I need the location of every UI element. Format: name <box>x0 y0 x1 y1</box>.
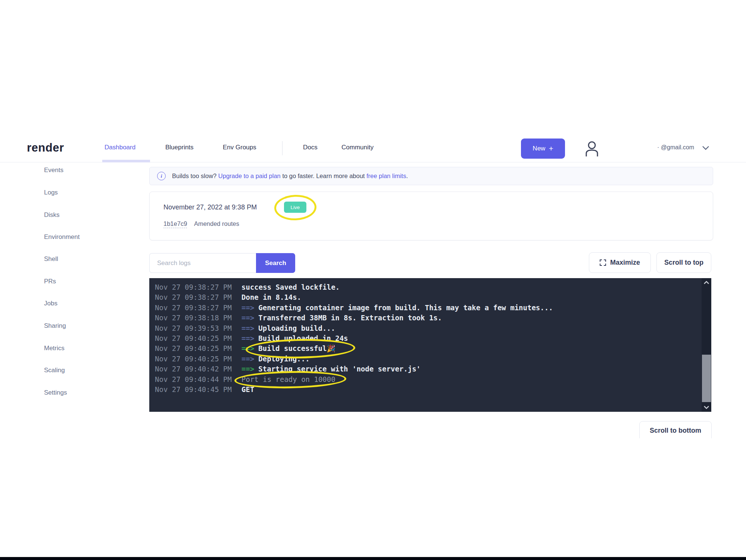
log-line: Nov 27 09:38:27 PM==>Generating containe… <box>155 303 700 313</box>
sidebar-item-environment[interactable]: Environment <box>44 233 79 242</box>
sidebar-item-logs[interactable]: Logs <box>44 189 58 198</box>
scrollbar-up-arrow-icon[interactable] <box>702 278 711 287</box>
log-message: Port is ready on 10000 <box>241 374 335 385</box>
log-timestamp: Nov 27 09:40:44 PM <box>155 374 241 385</box>
log-timestamp: Nov 27 09:40:25 PM <box>155 333 241 343</box>
deploy-date: November 27, 2022 at 9:38 PM <box>163 203 257 211</box>
nav-divider <box>282 141 283 155</box>
log-message: GET <box>241 385 254 395</box>
upgrade-plan-link[interactable]: Upgrade to a paid plan <box>218 172 281 179</box>
log-arrow: ==> <box>241 313 254 323</box>
log-timestamp: Nov 27 09:38:27 PM <box>155 292 241 302</box>
search-logs-input[interactable] <box>149 253 256 273</box>
log-line: Nov 27 09:40:25 PM==>Build uploaded in 2… <box>155 333 700 343</box>
log-arrow: ==> <box>241 303 254 313</box>
log-timestamp: Nov 27 09:40:25 PM <box>155 354 241 364</box>
sidebar-item-scaling[interactable]: Scaling <box>44 367 65 376</box>
sidebar-item-events[interactable]: Events <box>44 167 63 175</box>
scroll-to-top-button[interactable]: Scroll to top <box>656 252 711 273</box>
log-line-port-ready: Nov 27 09:40:44 PMPort is ready on 10000 <box>155 374 700 385</box>
log-arrow: ==> <box>241 354 254 364</box>
terminal-scrollbar[interactable] <box>702 278 711 412</box>
deploy-log-terminal: Nov 27 09:38:27 PMsuccess Saved lockfile… <box>149 278 711 412</box>
log-line: Nov 27 09:39:53 PM==>Uploading build... <box>155 323 700 333</box>
upgrade-plan-banner: i Builds too slow? Upgrade to a paid pla… <box>149 167 713 185</box>
bottom-edge-bar <box>0 557 746 560</box>
nav-link-community[interactable]: Community <box>341 144 374 151</box>
log-timestamp: Nov 27 09:40:45 PM <box>155 385 241 395</box>
log-message: Generating container image from build. T… <box>258 303 553 313</box>
log-arrow: ==> <box>241 343 254 354</box>
log-message: success Saved lockfile. <box>241 282 340 292</box>
live-status-badge: Live <box>284 202 306 213</box>
log-arrow: ==> <box>241 333 254 343</box>
scroll-to-bottom-container: Scroll to bottom <box>639 421 712 438</box>
commit-row: 1b1e7c9 Amended routes <box>163 220 239 227</box>
new-button-label: New <box>533 145 545 152</box>
deploy-card: November 27, 2022 at 9:38 PM Live 1b1e7c… <box>149 192 713 240</box>
log-message: Build successful <box>258 343 327 354</box>
sidebar-item-sharing[interactable]: Sharing <box>44 322 66 331</box>
log-message: Deploying... <box>258 354 309 364</box>
log-timestamp: Nov 27 09:38:27 PM <box>155 303 241 313</box>
log-timestamp: Nov 27 09:40:25 PM <box>155 343 241 354</box>
party-popper-emoji: 🎉 <box>327 343 335 354</box>
render-dashboard-page: render Dashboard Blueprints Env Groups D… <box>0 0 746 560</box>
banner-text-before: Builds too slow? <box>172 172 218 179</box>
banner-text-mid: to go faster. Learn more about <box>281 172 366 179</box>
plus-icon: + <box>549 144 553 153</box>
maximize-icon <box>600 259 606 266</box>
free-plan-limits-link[interactable]: free plan limits <box>366 172 406 179</box>
log-message: Starting service with 'node server.js' <box>258 364 421 374</box>
commit-hash-link[interactable]: 1b1e7c9 <box>163 220 187 228</box>
new-button[interactable]: New + <box>521 139 565 159</box>
nav-tab-dashboard[interactable]: Dashboard <box>104 144 135 151</box>
log-lines: Nov 27 09:38:27 PMsuccess Saved lockfile… <box>155 282 700 395</box>
scrollbar-down-arrow-icon[interactable] <box>702 403 711 412</box>
log-arrow: ==> <box>241 364 254 374</box>
log-line: Nov 27 09:40:42 PM==>Starting service wi… <box>155 364 700 374</box>
maximize-button[interactable]: Maximize <box>589 252 651 273</box>
sidebar-item-settings[interactable]: Settings <box>44 389 67 398</box>
log-message: Build uploaded in 24s <box>258 333 348 343</box>
log-line: Nov 27 09:40:25 PM==>Deploying... <box>155 354 700 364</box>
log-timestamp: Nov 27 09:38:18 PM <box>155 313 241 323</box>
maximize-label: Maximize <box>610 259 640 267</box>
log-line: Nov 27 09:38:27 PMDone in 8.14s. <box>155 292 700 302</box>
log-arrow: ==> <box>241 323 254 333</box>
account-email[interactable]: · @gmail.com <box>631 144 694 151</box>
dashboard-active-underline <box>102 160 150 162</box>
log-timestamp: Nov 27 09:40:42 PM <box>155 364 241 374</box>
nav-tab-blueprints[interactable]: Blueprints <box>165 144 194 151</box>
sidebar-item-jobs[interactable]: Jobs <box>44 300 57 309</box>
log-line-build-successful: Nov 27 09:40:25 PM==>Build successful 🎉 <box>155 343 700 354</box>
log-timestamp: Nov 27 09:39:53 PM <box>155 323 241 333</box>
search-button[interactable]: Search <box>256 253 295 273</box>
banner-text-after: . <box>406 172 408 179</box>
commit-message: Amended routes <box>194 220 239 227</box>
log-message: Transferred 38MB in 8s. Extraction took … <box>258 313 442 323</box>
banner-text: Builds too slow? Upgrade to a paid plan … <box>172 172 408 180</box>
sidebar-item-shell[interactable]: Shell <box>44 255 58 264</box>
sidebar-item-disks[interactable]: Disks <box>44 211 60 220</box>
log-message: Uploading build... <box>258 323 335 333</box>
nav-link-docs[interactable]: Docs <box>303 144 318 151</box>
log-message: Done in 8.14s. <box>241 292 301 302</box>
account-chevron-down-icon[interactable] <box>702 145 710 151</box>
nav-tab-env-groups[interactable]: Env Groups <box>223 144 256 151</box>
info-icon: i <box>157 172 166 180</box>
log-timestamp: Nov 27 09:38:27 PM <box>155 282 241 292</box>
log-line: Nov 27 09:40:45 PMGET <box>155 385 700 395</box>
sidebar-item-metrics[interactable]: Metrics <box>44 345 65 354</box>
log-line: Nov 27 09:38:18 PM==>Transferred 38MB in… <box>155 313 700 323</box>
top-nav-bar: render Dashboard Blueprints Env Groups D… <box>0 134 746 162</box>
user-avatar-icon[interactable] <box>583 139 601 158</box>
render-logo[interactable]: render <box>27 141 64 155</box>
scroll-to-bottom-button[interactable]: Scroll to bottom <box>639 421 712 438</box>
sidebar-item-prs[interactable]: PRs <box>44 278 56 287</box>
log-line: Nov 27 09:38:27 PMsuccess Saved lockfile… <box>155 282 700 292</box>
scrollbar-thumb[interactable] <box>702 355 711 402</box>
